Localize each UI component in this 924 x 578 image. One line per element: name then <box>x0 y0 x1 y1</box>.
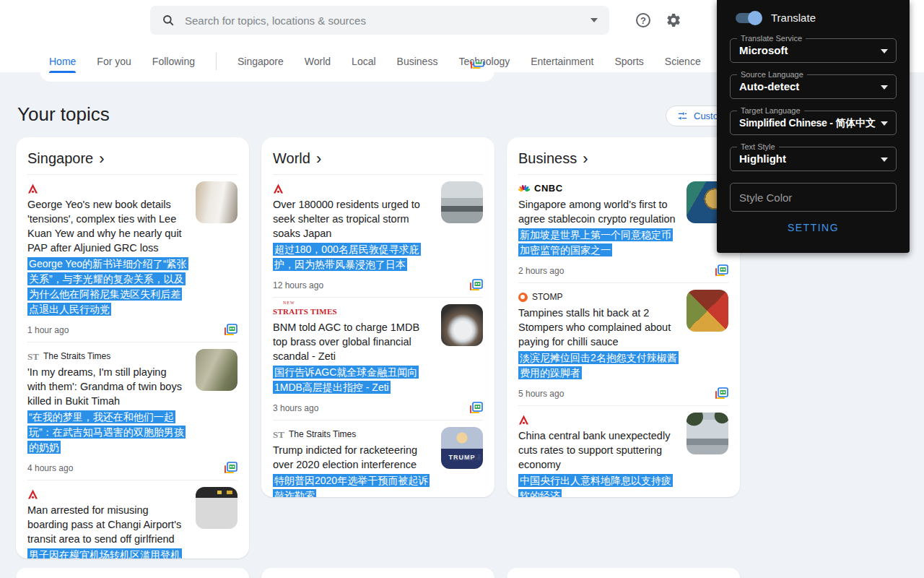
full-coverage-icon[interactable] <box>469 402 483 414</box>
full-coverage-icon[interactable] <box>224 462 237 474</box>
tab-business[interactable]: Business <box>397 56 438 67</box>
article: ST The Straits Times Trump indicted for … <box>273 420 483 497</box>
topic-title: Singapore <box>27 150 93 167</box>
tab-for-you[interactable]: For you <box>97 56 131 67</box>
tab-singapore[interactable]: Singapore <box>237 56 284 67</box>
chevron-right-icon: › <box>583 153 588 165</box>
article: NEWSTRAITS TIMES BNM told AGC to charge … <box>273 298 483 420</box>
article: George Yeo's new book details 'tensions'… <box>27 175 237 342</box>
article-title[interactable]: George Yeo's new book details 'tensions'… <box>27 197 187 255</box>
tab-science[interactable]: Science <box>665 56 701 67</box>
extension-watermark: 全屏翻译 <box>453 453 481 463</box>
article-thumbnail[interactable] <box>441 181 483 223</box>
source-language-select[interactable]: Source Language Auto-detect <box>730 74 897 99</box>
gear-icon <box>666 12 681 28</box>
source-name: CNBC <box>534 183 563 194</box>
tab-sports[interactable]: Sports <box>614 56 643 67</box>
source-row[interactable] <box>273 181 432 194</box>
article: China central bank unexpectedly cuts rat… <box>518 406 728 497</box>
nav-separator <box>216 53 217 70</box>
article-title[interactable]: Tampines stalls hit back at 2 Stompers w… <box>518 306 678 349</box>
article-title[interactable]: 'In my dreams, I'm still playing with th… <box>27 365 187 408</box>
article: ST The Straits Times 'In my dreams, I'm … <box>27 342 237 480</box>
topic-title: Business <box>518 150 577 167</box>
article-thumbnail[interactable] <box>196 487 237 529</box>
translated-text: 淡滨尼摊位回击2名抱怨支付辣椒酱费用的跺脚者 <box>518 350 678 381</box>
topic-card-world: World› Over 180000 residents urged to se… <box>261 137 494 497</box>
article-title[interactable]: Trump indicted for racketeering over 202… <box>273 443 432 472</box>
tab-following[interactable]: Following <box>152 56 195 67</box>
source-row[interactable]: ST The Straits Times <box>273 427 432 439</box>
text-style-select[interactable]: Text Style Highlight <box>730 147 897 171</box>
timestamp: 1 hour ago <box>27 325 69 335</box>
primary-nav: Home For you Following Singapore World L… <box>49 52 751 71</box>
search-dropdown-caret-icon[interactable] <box>590 18 598 22</box>
next-card-peek <box>507 568 740 578</box>
article-title[interactable]: Singapore among world's first to agree s… <box>518 197 678 226</box>
translated-text: 新加坡是世界上第一个同意稳定币加密监管的国家之一 <box>518 228 678 258</box>
google-news-page: Search for topics, locations & sources ?… <box>0 0 924 578</box>
cna-logo-icon <box>27 184 38 194</box>
caret-down-icon <box>881 158 888 162</box>
source-row[interactable]: NEWSTRAITS TIMES <box>273 304 432 316</box>
topic-title: World <box>273 150 310 167</box>
source-name: STOMP <box>532 292 562 302</box>
page-title: Your topics <box>17 103 110 126</box>
cnbc-peacock-icon <box>518 184 530 194</box>
translated-text: 国行告诉AGC就全球金融丑闻向1MDB高层提出指控 - Zeti <box>273 365 432 395</box>
translated-text: “在我的梦里，我还在和他们一起玩”：在武吉知马遇害的双胞胎男孩的奶奶 <box>27 410 187 455</box>
full-coverage-icon[interactable] <box>469 279 483 291</box>
article-thumbnail[interactable] <box>687 413 728 454</box>
source-row[interactable]: STOMP <box>518 290 678 302</box>
straits-times-logo-icon: ST <box>273 430 284 439</box>
full-coverage-icon[interactable] <box>715 264 728 277</box>
article-title[interactable]: China central bank unexpectedly cuts rat… <box>518 428 678 472</box>
timestamp: 12 hours ago <box>273 280 323 290</box>
tab-local[interactable]: Local <box>352 56 375 67</box>
cna-logo-icon <box>518 415 529 425</box>
translate-service-select[interactable]: Translate Service Microsoft <box>730 38 897 63</box>
topic-link-business[interactable]: Business› <box>518 147 728 174</box>
article-title[interactable]: Man arrested for misusing boarding pass … <box>27 503 187 546</box>
timestamp: 4 hours ago <box>27 463 73 473</box>
tab-home[interactable]: Home <box>49 56 76 67</box>
field-label: Text Style <box>737 142 779 151</box>
source-row[interactable]: CNBC <box>518 181 678 194</box>
article-thumbnail[interactable] <box>441 304 483 346</box>
source-name: The Straits Times <box>43 351 110 361</box>
full-coverage-icon[interactable] <box>224 324 237 336</box>
field-label: Source Language <box>737 70 807 79</box>
topic-link-world[interactable]: World› <box>273 147 483 174</box>
chevron-right-icon: › <box>316 153 321 165</box>
topic-link-singapore[interactable]: Singapore› <box>27 147 237 174</box>
settings-button[interactable] <box>664 11 683 30</box>
stomp-logo-icon <box>518 293 528 302</box>
source-row[interactable]: ST The Straits Times <box>27 349 187 361</box>
translated-text: 中国央行出人意料地降息以支持疲软的经济 <box>518 473 678 497</box>
timestamp: 2 hours ago <box>518 266 564 276</box>
target-language-select[interactable]: Target Language Simplified Chinese - 简体中… <box>730 111 897 135</box>
article-title[interactable]: BNM told AGC to charge 1MDB top brass ov… <box>273 320 432 363</box>
toggle-knob <box>748 11 762 25</box>
full-coverage-icon[interactable] <box>715 387 728 400</box>
article-thumbnail[interactable] <box>196 181 237 223</box>
translate-extension-panel: Translate Translate Service Microsoft So… <box>717 0 910 253</box>
tab-entertainment[interactable]: Entertainment <box>531 56 593 67</box>
article: Man arrested for misusing boarding pass … <box>27 480 237 558</box>
partial-card-above <box>40 71 494 82</box>
style-color-input[interactable] <box>730 183 897 212</box>
setting-link[interactable]: SETTING <box>717 222 910 233</box>
translated-text: 超过180，000名居民敦促寻求庇护，因为热带风暴浸泡了日本 <box>273 242 432 272</box>
article-title[interactable]: Over 180000 residents urged to seek shel… <box>273 197 432 241</box>
translate-toggle[interactable] <box>736 13 760 23</box>
tab-world[interactable]: World <box>305 56 331 67</box>
source-row[interactable] <box>518 413 678 425</box>
source-row[interactable] <box>27 487 187 499</box>
source-row[interactable] <box>27 181 187 194</box>
article-thumbnail[interactable] <box>196 349 237 391</box>
article-thumbnail[interactable] <box>687 290 728 332</box>
help-button[interactable]: ? <box>634 11 653 30</box>
source-name: The Straits Times <box>289 429 356 439</box>
question-icon: ? <box>636 13 650 27</box>
search-bar[interactable]: Search for topics, locations & sources <box>150 6 609 35</box>
